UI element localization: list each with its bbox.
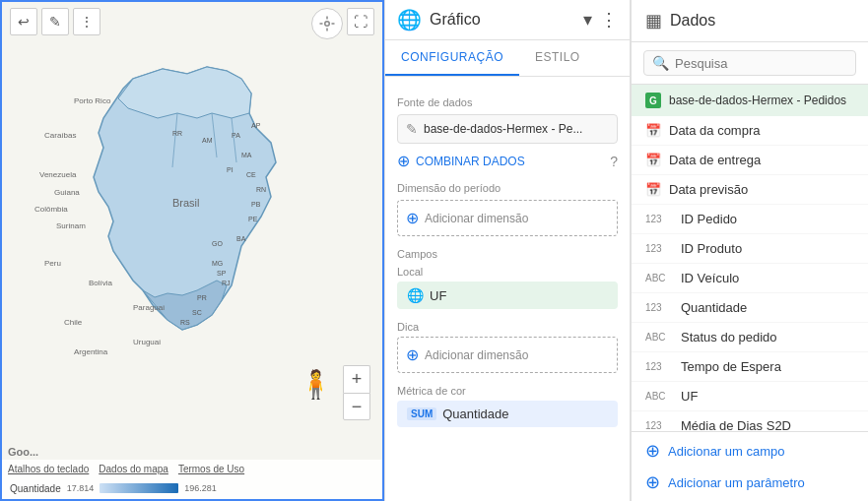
fullscreen-button[interactable]: ⛶ xyxy=(347,8,374,35)
config-content: Fonte de dados ✎ base-de-dados-Hermex - … xyxy=(385,77,630,501)
terms-link[interactable]: Termos de Uso xyxy=(178,464,244,474)
fonte-label: Fonte de dados xyxy=(397,96,618,108)
ds-green-icon: G xyxy=(645,93,661,108)
add-dica-box[interactable]: ⊕ Adicionar dimensão xyxy=(397,337,618,373)
combinar-dados-row[interactable]: ⊕ COMBINAR DADOS ? xyxy=(397,152,618,170)
datasource-name: base-de-dados-Hermex - Pe... xyxy=(424,122,609,136)
legend-max: 196.281 xyxy=(184,483,217,493)
campos-label: Campos xyxy=(397,248,618,260)
field-name-status: Status do pedido xyxy=(681,330,777,344)
field-tempo-espera[interactable]: 123 Tempo de Espera xyxy=(632,352,868,382)
svg-text:BA: BA xyxy=(236,235,246,242)
field-name-entrega: Data de entrega xyxy=(669,153,761,167)
svg-text:RN: RN xyxy=(256,186,266,193)
date-icon-compra: 📅 xyxy=(645,123,661,138)
zoom-in-button[interactable]: + xyxy=(343,365,370,393)
field-uf[interactable]: ABC UF xyxy=(632,382,868,411)
datasource-item[interactable]: G base-de-dados-Hermex - Pedidos xyxy=(632,85,868,116)
svg-text:PA: PA xyxy=(232,132,240,139)
field-id-veiculo[interactable]: ABC ID Veículo xyxy=(632,264,868,293)
person-icon[interactable]: 🧍 xyxy=(299,368,333,401)
search-input[interactable] xyxy=(675,56,847,71)
dimensao-label: Dimensão do período xyxy=(397,182,618,194)
menu-button[interactable]: ⋮ xyxy=(73,8,100,35)
add-param-row[interactable]: ⊕ Adicionar um parâmetro xyxy=(632,470,868,501)
grafico-chevron[interactable]: ▾ xyxy=(583,9,592,31)
sum-badge: SUM xyxy=(407,407,436,420)
grafico-menu-button[interactable]: ⋮ xyxy=(600,9,618,31)
quantidade-chip[interactable]: SUM Quantidade xyxy=(397,401,618,427)
data-header-icon: ▦ xyxy=(645,10,662,31)
field-id-produto[interactable]: 123 ID Produto xyxy=(632,234,868,264)
dica-plus-icon: ⊕ xyxy=(406,345,419,364)
metrica-label: Métrica de cor xyxy=(397,385,618,397)
field-name-uf: UF xyxy=(681,389,698,404)
type-id-pedido: 123 xyxy=(645,214,673,224)
svg-text:SP: SP xyxy=(217,270,227,277)
add-param-icon: ⊕ xyxy=(645,471,660,493)
legend-label: Quantidade xyxy=(10,483,61,494)
field-data-entrega[interactable]: 📅 Data de entrega xyxy=(632,146,868,175)
type-uf: ABC xyxy=(645,391,673,402)
svg-text:PB: PB xyxy=(251,201,261,208)
search-wrap: 🔍 xyxy=(643,50,856,76)
locate-button[interactable] xyxy=(311,8,343,39)
add-param-label: Adicionar um parâmetro xyxy=(668,475,805,490)
field-name-id-veiculo: ID Veículo xyxy=(681,271,739,285)
dica-label: Dica xyxy=(397,321,618,333)
map-data-link[interactable]: Dados do mapa xyxy=(99,464,168,474)
svg-text:SC: SC xyxy=(192,309,202,316)
type-id-produto: 123 xyxy=(645,243,673,254)
svg-text:Guiana: Guiana xyxy=(54,188,80,197)
search-row: 🔍 xyxy=(632,42,868,85)
legend-bar xyxy=(100,483,178,493)
field-name-compra: Data da compra xyxy=(669,123,761,138)
add-dimension-box[interactable]: ⊕ Adicionar dimensão xyxy=(397,200,618,236)
svg-text:AP: AP xyxy=(251,122,261,129)
data-header-title: Dados xyxy=(670,12,715,30)
tab-estilo[interactable]: ESTILO xyxy=(519,40,596,76)
field-media-dias[interactable]: 123 Média de Dias S2D xyxy=(632,411,868,431)
field-name-id-produto: ID Produto xyxy=(681,241,742,256)
undo-button[interactable]: ↩ xyxy=(10,8,37,35)
uf-field-chip[interactable]: 🌐 UF xyxy=(397,282,618,309)
field-name-quantidade: Quantidade xyxy=(681,300,747,315)
map-panel: ↩ ✎ ⋮ ⛶ xyxy=(0,0,384,501)
add-combine-icon: ⊕ xyxy=(397,152,410,170)
legend-min: 17.814 xyxy=(67,483,95,493)
type-status: ABC xyxy=(645,332,673,343)
help-icon[interactable]: ? xyxy=(610,154,618,169)
tab-configuracao[interactable]: CONFIGURAÇÃO xyxy=(385,40,519,76)
keyboard-shortcuts-link[interactable]: Atalhos do teclado xyxy=(8,464,89,474)
field-quantidade[interactable]: 123 Quantidade xyxy=(632,293,868,323)
datasource-row[interactable]: ✎ base-de-dados-Hermex - Pe... xyxy=(397,114,618,144)
svg-text:Surinam: Surinam xyxy=(56,221,86,230)
map-legend: Quantidade 17.814 196.281 xyxy=(2,477,382,499)
uf-chip-label: UF xyxy=(430,288,446,303)
field-data-compra[interactable]: 📅 Data da compra xyxy=(632,116,868,146)
add-field-icon: ⊕ xyxy=(645,440,660,462)
svg-text:AM: AM xyxy=(202,137,213,144)
zoom-out-button[interactable]: − xyxy=(343,393,370,420)
field-status-pedido[interactable]: ABC Status do pedido xyxy=(632,323,868,352)
svg-text:Caraíbas: Caraíbas xyxy=(44,131,76,140)
svg-point-0 xyxy=(325,22,330,27)
field-name-tempo: Tempo de Espera xyxy=(681,359,781,374)
map-toolbar: ↩ ✎ ⋮ ⛶ xyxy=(2,8,382,39)
field-data-previsao[interactable]: 📅 Data previsão xyxy=(632,175,868,205)
svg-text:Chile: Chile xyxy=(64,318,83,327)
type-tempo: 123 xyxy=(645,361,673,372)
type-media: 123 xyxy=(645,420,673,431)
edit-button[interactable]: ✎ xyxy=(41,8,69,35)
svg-text:RR: RR xyxy=(172,130,182,137)
svg-text:RJ: RJ xyxy=(222,280,231,286)
field-id-pedido[interactable]: 123 ID Pedido xyxy=(632,205,868,234)
datasource-edit-icon: ✎ xyxy=(406,121,418,137)
grafico-icon: 🌐 xyxy=(397,8,422,31)
map-footer-links: Atalhos do teclado Dados do mapa Termos … xyxy=(2,460,382,477)
svg-text:Colômbia: Colômbia xyxy=(34,205,68,214)
add-field-row[interactable]: ⊕ Adicionar um campo xyxy=(632,431,868,470)
config-panel: 🌐 Gráfico ▾ ⋮ CONFIGURAÇÃO ESTILO Fonte … xyxy=(384,0,631,501)
adicionar-dim-label: Adicionar dimensão xyxy=(425,212,528,225)
svg-text:Peru: Peru xyxy=(44,259,61,268)
